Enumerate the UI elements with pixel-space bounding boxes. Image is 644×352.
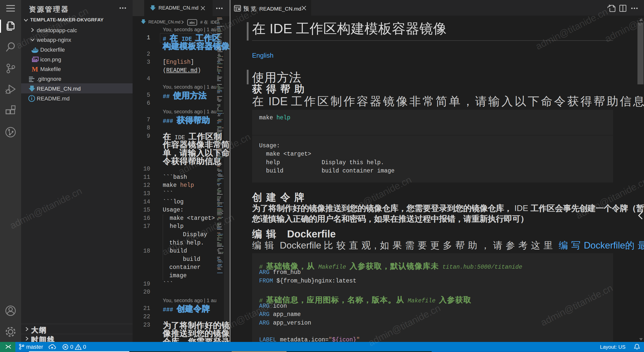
svg-text:abc: abc bbox=[189, 21, 195, 24]
